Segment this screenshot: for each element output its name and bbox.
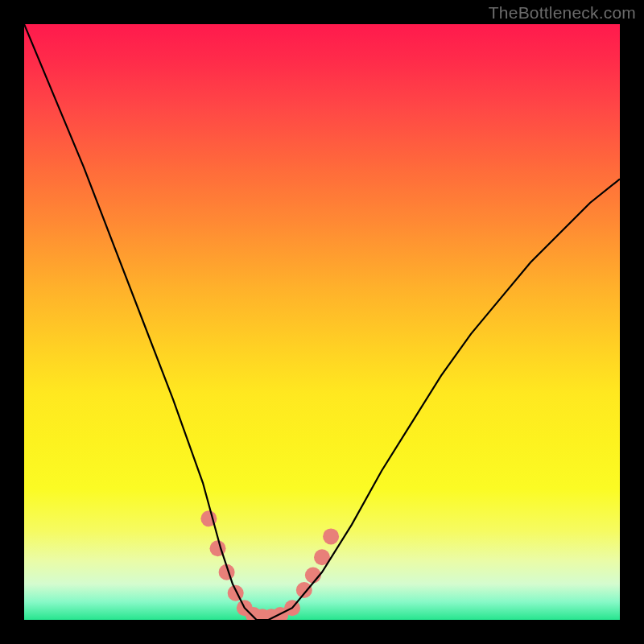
valley-marker bbox=[228, 585, 244, 601]
watermark-text: TheBottleneck.com bbox=[489, 3, 636, 23]
valley-marker bbox=[323, 528, 339, 544]
valley-markers bbox=[200, 510, 339, 620]
chart-svg bbox=[24, 24, 620, 620]
bottleneck-curve bbox=[24, 24, 620, 620]
valley-marker bbox=[296, 582, 312, 598]
plot-area bbox=[24, 24, 620, 620]
